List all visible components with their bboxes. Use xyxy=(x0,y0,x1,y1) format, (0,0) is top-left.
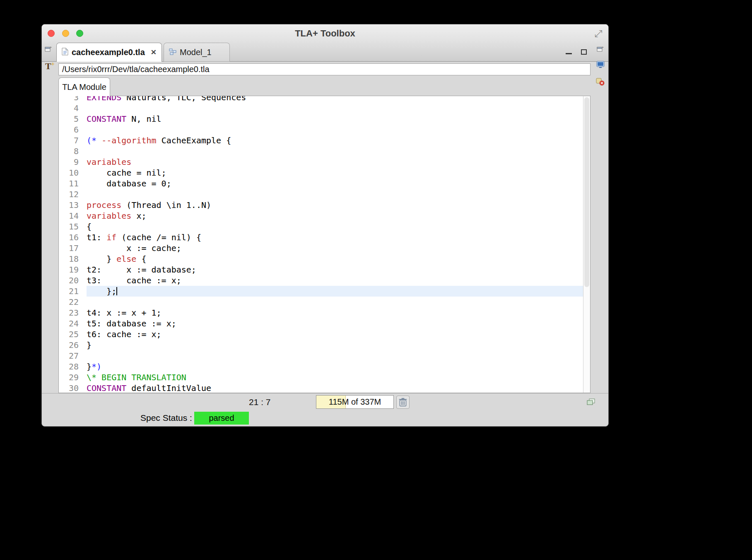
line-number: 8 xyxy=(59,146,87,157)
code-line[interactable]: 11 database = 0; xyxy=(59,178,583,189)
line-number: 3 xyxy=(59,96,87,103)
code-viewport[interactable]: 3EXTENDS Naturals, TLC, Sequences45CONST… xyxy=(59,96,583,393)
code-line[interactable]: 7(* --algorithm CacheExample { xyxy=(59,135,583,146)
line-number: 20 xyxy=(59,275,87,286)
spec-status-row: Spec Status : parsed xyxy=(42,410,608,427)
line-number: 21 xyxy=(59,286,87,297)
spec-status-badge: parsed xyxy=(194,412,249,425)
line-number: 22 xyxy=(59,297,87,307)
line-number: 6 xyxy=(59,124,87,135)
code-line[interactable]: 17 x := cache; xyxy=(59,243,583,253)
editor-tab-strip: cacheexample0.tla ✕ Model_1 xyxy=(42,43,608,62)
tla-file-icon xyxy=(62,48,68,58)
line-number: 30 xyxy=(59,383,87,393)
line-number: 11 xyxy=(59,178,87,189)
line-number: 23 xyxy=(59,307,87,318)
line-number: 27 xyxy=(59,350,87,361)
line-number: 4 xyxy=(59,103,87,113)
code-lines[interactable]: 3EXTENDS Naturals, TLC, Sequences45CONST… xyxy=(59,96,583,393)
code-line[interactable]: 16t1: if (cache /= nil) { xyxy=(59,232,583,243)
tab-cacheexample0[interactable]: cacheexample0.tla ✕ xyxy=(56,43,162,62)
minimize-view-icon[interactable] xyxy=(566,53,572,54)
code-line[interactable]: 24t5: database := x; xyxy=(59,318,583,329)
line-number: 25 xyxy=(59,329,87,340)
line-number: 5 xyxy=(59,113,87,124)
garbage-collect-button[interactable] xyxy=(396,396,410,409)
code-editor[interactable]: 3EXTENDS Naturals, TLC, Sequences45CONST… xyxy=(58,96,591,393)
tab-tla-module[interactable]: TLA Module xyxy=(58,77,110,96)
line-number: 17 xyxy=(59,243,87,253)
maximize-view-icon[interactable] xyxy=(581,49,587,55)
parse-errors-icon[interactable] xyxy=(595,77,605,88)
code-line[interactable]: 25t6: cache := x; xyxy=(59,329,583,340)
code-line[interactable]: 27 xyxy=(59,350,583,361)
code-line[interactable]: 30CONSTANT defaultInitValue xyxy=(59,383,583,393)
line-number: 24 xyxy=(59,318,87,329)
cursor-position: 21 : 7 xyxy=(249,393,271,411)
code-line[interactable]: 15{ xyxy=(59,221,583,232)
status-bar: 21 : 7 115M of 337M xyxy=(42,393,608,410)
module-tab-label: TLA Module xyxy=(62,82,106,92)
window-title: TLA+ Toolbox xyxy=(42,24,608,43)
line-number: 7 xyxy=(59,135,87,146)
line-number: 16 xyxy=(59,232,87,243)
code-line[interactable]: 18 } else { xyxy=(59,253,583,264)
scrollbar-thumb[interactable] xyxy=(584,97,589,287)
code-line[interactable]: 23t4: x := x + 1; xyxy=(59,307,583,318)
file-path-breadcrumb: /Users/rix0rrr/Dev/tla/cacheexample0.tla xyxy=(58,63,591,75)
line-number: 15 xyxy=(59,221,87,232)
tla-plus-icon[interactable]: T+ xyxy=(45,61,55,72)
line-number: 19 xyxy=(59,264,87,275)
vertical-scrollbar[interactable] xyxy=(583,96,590,393)
code-line[interactable]: 12 xyxy=(59,189,583,200)
line-number: 28 xyxy=(59,361,87,372)
code-line[interactable]: 8 xyxy=(59,146,583,157)
line-number: 9 xyxy=(59,157,87,167)
trash-icon xyxy=(398,397,407,407)
restore-pane-left-icon[interactable] xyxy=(45,46,52,54)
console-view-icon[interactable] xyxy=(596,61,605,70)
code-line[interactable]: 6 xyxy=(59,124,583,135)
heap-usage-text: 115M of 337M xyxy=(316,396,393,408)
close-tab-icon[interactable]: ✕ xyxy=(151,48,157,57)
code-line[interactable]: 10 cache = nil; xyxy=(59,167,583,178)
line-number: 13 xyxy=(59,200,87,210)
line-number: 10 xyxy=(59,167,87,178)
code-line[interactable]: 21 }; xyxy=(59,286,583,297)
code-line[interactable]: 22 xyxy=(59,297,583,307)
spec-status-label: Spec Status : xyxy=(140,410,192,427)
code-line[interactable]: 28}*) xyxy=(59,361,583,372)
code-line[interactable]: 3EXTENDS Naturals, TLC, Sequences xyxy=(59,96,583,103)
line-number: 26 xyxy=(59,340,87,350)
line-number: 18 xyxy=(59,253,87,264)
code-line[interactable]: 14variables x; xyxy=(59,210,583,221)
tla-toolbox-window: TLA+ Toolbox ⤢ cacheexample0.tla ✕ xyxy=(41,24,609,427)
restore-pane-right-icon[interactable] xyxy=(597,46,604,54)
code-line[interactable]: 5CONSTANT N, nil xyxy=(59,113,583,124)
tab-model-1[interactable]: Model_1 xyxy=(164,43,230,62)
view-buttons xyxy=(566,47,587,57)
line-number: 14 xyxy=(59,210,87,221)
model-icon xyxy=(169,48,176,57)
code-line[interactable]: 9variables xyxy=(59,157,583,167)
code-line[interactable]: 29\* BEGIN TRANSLATION xyxy=(59,372,583,383)
line-number: 29 xyxy=(59,372,87,383)
line-number: 12 xyxy=(59,189,87,200)
code-line[interactable]: 13process (Thread \in 1..N) xyxy=(59,200,583,210)
tab-label: cacheexample0.tla xyxy=(72,48,145,57)
tab-label: Model_1 xyxy=(180,48,212,57)
titlebar: TLA+ Toolbox ⤢ xyxy=(42,24,608,43)
code-line[interactable]: 19t2: x := database; xyxy=(59,264,583,275)
code-line[interactable]: 20t3: cache := x; xyxy=(59,275,583,286)
text-caret xyxy=(116,287,117,295)
resize-icon[interactable]: ⤢ xyxy=(595,28,603,39)
code-line[interactable]: 26} xyxy=(59,340,583,350)
heap-status: 115M of 337M xyxy=(316,395,394,409)
code-line[interactable]: 4 xyxy=(59,103,583,113)
window-header: TLA+ Toolbox ⤢ cacheexample0.tla ✕ xyxy=(42,24,608,62)
